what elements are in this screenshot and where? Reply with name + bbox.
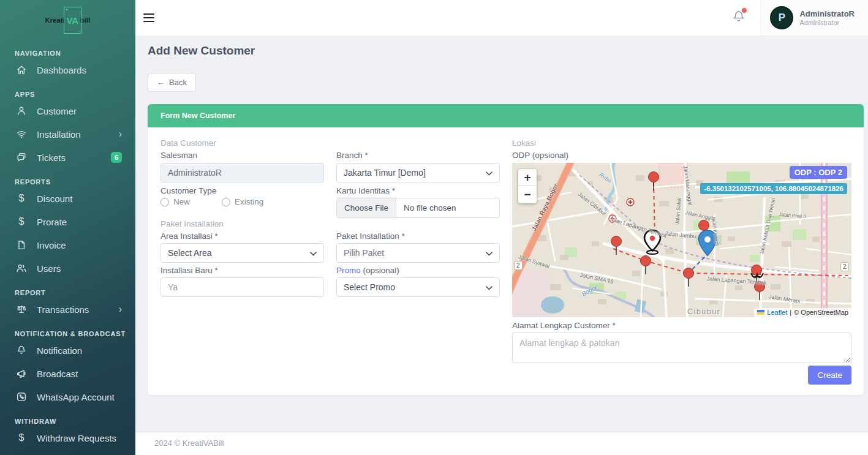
paket-installation-select[interactable]: Pilih Paket: [336, 243, 500, 263]
wifi-icon: [15, 128, 28, 140]
zoom-out-button[interactable]: −: [518, 186, 537, 203]
user-menu[interactable]: P AdministratoR Administrator: [761, 0, 868, 36]
area-installasi-select[interactable]: Select Area: [160, 243, 324, 263]
sidebar-item-tickets[interactable]: Tickets 6: [0, 146, 135, 169]
sidebar-item-label: Withdraw Requests: [37, 433, 116, 443]
sidebar-item-whatsapp-account[interactable]: WhatsApp Account: [0, 385, 135, 408]
users-icon: [15, 262, 28, 274]
sidebar-item-label: Notification: [37, 345, 82, 356]
sidebar-item-broadcast[interactable]: Broadcast: [0, 362, 135, 385]
sidebar-item-discount[interactable]: $ Discount: [0, 187, 135, 210]
radio-new[interactable]: New: [160, 197, 222, 206]
main-content: Add New Customer ← Back Form New Custome…: [135, 36, 868, 432]
whatsapp-icon: [15, 391, 28, 403]
sidebar-item-installation[interactable]: Installation ›: [0, 122, 135, 146]
file-icon: [15, 239, 28, 251]
sidebar-item-label: Customer: [37, 106, 77, 116]
kartu-identitas-label: Kartu Identitas *: [336, 186, 500, 195]
radio-circle-icon: [222, 198, 230, 206]
topbar: P AdministratoR Administrator: [135, 0, 868, 36]
section-header-reports: REPORTS: [15, 178, 135, 186]
scale-icon: [15, 303, 28, 315]
home-icon: [15, 64, 28, 76]
attribution-separator: |: [790, 309, 791, 316]
installasi-baru-input[interactable]: [160, 277, 324, 297]
dollar-icon: $: [15, 192, 28, 205]
section-header-report: REPORT: [15, 289, 135, 296]
sidebar-item-label: WhatsApp Account: [37, 392, 115, 402]
promo-select[interactable]: Select Promo: [336, 277, 500, 297]
promo-suffix: (opsional): [363, 266, 399, 275]
branch-select-value: Jakarta Timur [Demo]: [344, 168, 426, 178]
salesman-input[interactable]: [160, 163, 324, 182]
flag-icon: [757, 310, 764, 315]
chevron-down-icon: [310, 248, 317, 258]
radio-new-label: New: [173, 197, 190, 206]
kartu-identitas-file-input[interactable]: Choose File No file chosen: [336, 198, 500, 218]
form-column-middle: Branch * Jakarta Timur [Demo] Kartu Iden…: [336, 127, 500, 395]
create-button[interactable]: Create: [808, 366, 851, 385]
area-installasi-label: Area Installasi *: [160, 231, 324, 241]
area-select-value: Select Area: [168, 248, 212, 258]
sidebar-item-notification[interactable]: Notification: [0, 339, 135, 362]
salesman-label: Salesman: [160, 151, 324, 160]
radio-circle-icon: [160, 198, 169, 206]
form-column-right: Lokasi ODP (opsional): [512, 127, 851, 395]
data-customer-section-label: Data Customer: [160, 138, 324, 148]
promo-label: Promo (opsional): [336, 266, 500, 275]
odp-selection-badge: ODP : ODP 2: [790, 166, 847, 179]
promo-link[interactable]: Promo: [336, 266, 361, 275]
customer-type-label: Customer Type: [160, 186, 324, 195]
back-button-label: Back: [169, 78, 187, 87]
radio-existing-label: Existing: [235, 197, 263, 206]
sidebar-item-withdraw-requests[interactable]: $ Withdraw Requests: [0, 426, 135, 449]
sidebar-item-label: Users: [37, 263, 61, 274]
sidebar-item-label: Prorate: [37, 217, 67, 227]
sidebar-item-label: Invoice: [37, 240, 66, 250]
page-title: Add New Customer: [148, 44, 255, 58]
leaflet-map[interactable]: Jalan Raya Bogor Jalan Cibubur Jalan Lap…: [512, 163, 851, 317]
sidebar-item-prorate[interactable]: $ Prorate: [0, 210, 135, 233]
sidebar-item-label: Dashboards: [37, 65, 86, 75]
odp-label: ODP (opsional): [512, 151, 851, 160]
card-body: Data Customer Salesman Customer Type New…: [148, 127, 864, 395]
back-button[interactable]: ← Back: [148, 73, 196, 92]
osm-attribution[interactable]: © OpenStreetMap: [794, 309, 848, 316]
user-icon: [15, 105, 28, 117]
leaflet-link[interactable]: Leaflet: [767, 309, 787, 316]
sidebar-item-label: Discount: [37, 194, 72, 204]
megaphone-icon: [15, 367, 28, 380]
menu-toggle-icon[interactable]: [143, 11, 154, 24]
sidebar-item-invoice[interactable]: Invoice: [0, 233, 135, 257]
card-header: Form New Customer: [148, 104, 864, 127]
sidebar-item-transactions[interactable]: Transactions ›: [0, 298, 135, 321]
paket-installation-label: Paket Installation *: [336, 231, 500, 241]
sidebar-item-users[interactable]: Users: [0, 257, 135, 280]
coordinates-badge: -6.350132102571005, 106.88045024871826: [700, 183, 847, 194]
sidebar-item-dashboards[interactable]: Dashboards: [0, 58, 135, 81]
radio-existing[interactable]: Existing: [222, 197, 283, 206]
user-role: Administrator: [799, 19, 855, 26]
section-header-notification-broadcast: NOTIFICATION & BROADCAST: [15, 330, 135, 337]
sidebar: Kreati VA bill NAVIGATION Dashboards APP…: [0, 0, 135, 455]
customer-type-radio-group: New Existing: [160, 197, 324, 206]
branch-label: Branch *: [336, 151, 500, 160]
user-name: AdministratoR: [799, 9, 855, 19]
zoom-in-button[interactable]: +: [518, 169, 537, 186]
chevron-down-icon: [486, 282, 492, 292]
tickets-icon: [15, 151, 28, 164]
chevron-down-icon: [486, 168, 492, 178]
logo-box: VA: [64, 7, 81, 34]
choose-file-button[interactable]: Choose File: [337, 198, 396, 217]
bell-icon: [15, 344, 28, 356]
file-chosen-text: No file chosen: [396, 198, 464, 217]
brand-logo[interactable]: Kreati VA bill: [0, 0, 135, 40]
avatar: P: [770, 6, 793, 29]
sidebar-item-customer[interactable]: Customer: [0, 99, 135, 122]
notifications-bell-icon[interactable]: [731, 9, 746, 26]
app-window: Kreati VA bill NAVIGATION Dashboards APP…: [0, 0, 868, 455]
tickets-count-badge: 6: [111, 152, 122, 163]
branch-select[interactable]: Jakarta Timur [Demo]: [336, 163, 500, 182]
map-attribution: Leaflet | © OpenStreetMap: [754, 308, 851, 317]
alamat-textarea[interactable]: [512, 333, 851, 363]
